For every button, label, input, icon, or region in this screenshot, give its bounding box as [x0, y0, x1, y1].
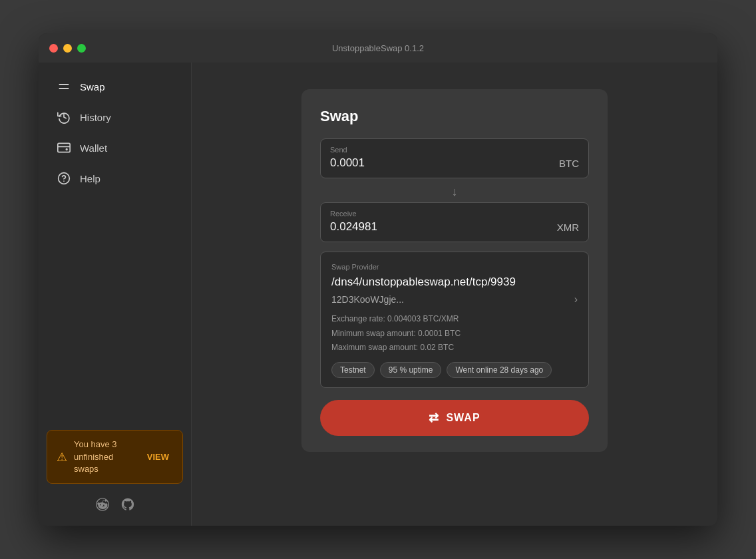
provider-details: Exchange rate: 0.004003 BTC/XMR Minimum …: [331, 312, 578, 355]
down-arrow-icon: ↓: [452, 185, 458, 199]
send-row: BTC: [330, 156, 579, 170]
sidebar-item-help[interactable]: Help: [44, 164, 186, 193]
github-icon[interactable]: [120, 497, 135, 515]
provider-box[interactable]: Swap Provider /dns4/unstoppableswap.net/…: [320, 252, 589, 388]
wallet-icon: [57, 141, 71, 154]
sidebar-item-swap-label: Swap: [80, 81, 105, 93]
swap-card: Swap Send BTC ↓ Receive: [301, 89, 608, 452]
badge-uptime: 95 % uptime: [380, 362, 442, 378]
provider-address: /dns4/unstoppableswap.net/tcp/9939: [331, 275, 578, 289]
max-swap: Maximum swap amount: 0.02 BTC: [331, 341, 578, 355]
minimize-button[interactable]: [63, 44, 72, 53]
swap-button-icon: ⇄: [429, 411, 439, 425]
app-body: Swap History: [39, 63, 717, 526]
warning-icon: ⚠: [57, 450, 67, 465]
titlebar: UnstoppableSwap 0.1.2: [39, 33, 717, 63]
view-swaps-button[interactable]: VIEW: [143, 449, 173, 465]
receive-input[interactable]: [330, 220, 557, 234]
main-content: Swap Send BTC ↓ Receive: [192, 63, 717, 526]
send-field-group: Send BTC: [320, 138, 589, 178]
close-button[interactable]: [49, 44, 58, 53]
sidebar: Swap History: [39, 63, 192, 526]
badge-online: Went online 28 days ago: [447, 362, 552, 378]
svg-point-2: [66, 149, 67, 150]
app-window: UnstoppableSwap 0.1.2 Swap: [39, 33, 717, 526]
sidebar-item-history[interactable]: History: [44, 102, 186, 132]
sidebar-nav: Swap History: [39, 63, 191, 422]
help-icon: [57, 172, 71, 185]
send-currency: BTC: [559, 158, 579, 169]
provider-peer-id: 12D3KooWJgje...: [331, 294, 404, 305]
sidebar-item-wallet[interactable]: Wallet: [44, 133, 186, 162]
receive-field-group: Receive XMR: [320, 202, 589, 242]
svg-rect-0: [58, 143, 70, 152]
swap-button-label: SWAP: [446, 412, 480, 424]
swap-button[interactable]: ⇄ SWAP: [320, 400, 589, 436]
provider-id-row: 12D3KooWJgje... ›: [331, 293, 578, 305]
exchange-rate: Exchange rate: 0.004003 BTC/XMR: [331, 312, 578, 327]
swap-card-title: Swap: [320, 108, 589, 125]
sidebar-item-history-label: History: [80, 112, 111, 123]
unfinished-swaps-banner: ⚠ You have 3 unfinished swaps VIEW: [47, 430, 183, 484]
history-icon: [57, 110, 71, 124]
provider-badges: Testnet 95 % uptime Went online 28 days …: [331, 362, 578, 378]
chevron-right-icon: ›: [574, 293, 578, 305]
sidebar-bottom: ⚠ You have 3 unfinished swaps VIEW: [39, 422, 191, 526]
send-input[interactable]: [330, 156, 559, 170]
receive-row: XMR: [330, 220, 579, 234]
send-label: Send: [330, 146, 579, 154]
provider-label: Swap Provider: [331, 263, 578, 271]
banner-text: You have 3 unfinished swaps: [74, 439, 136, 475]
window-title: UnstoppableSwap 0.1.2: [332, 43, 424, 53]
sidebar-item-help-label: Help: [80, 173, 100, 184]
receive-label: Receive: [330, 210, 579, 218]
traffic-lights: [49, 44, 86, 53]
min-swap: Minimum swap amount: 0.0001 BTC: [331, 327, 578, 341]
social-links: [47, 492, 183, 518]
sidebar-item-swap[interactable]: Swap: [44, 72, 186, 101]
reddit-icon[interactable]: [95, 497, 110, 515]
receive-currency: XMR: [557, 222, 579, 233]
sidebar-item-wallet-label: Wallet: [80, 142, 107, 154]
swap-icon: [57, 80, 71, 93]
swap-direction-arrow: ↓: [320, 181, 589, 202]
maximize-button[interactable]: [77, 44, 86, 53]
badge-testnet: Testnet: [331, 362, 375, 378]
